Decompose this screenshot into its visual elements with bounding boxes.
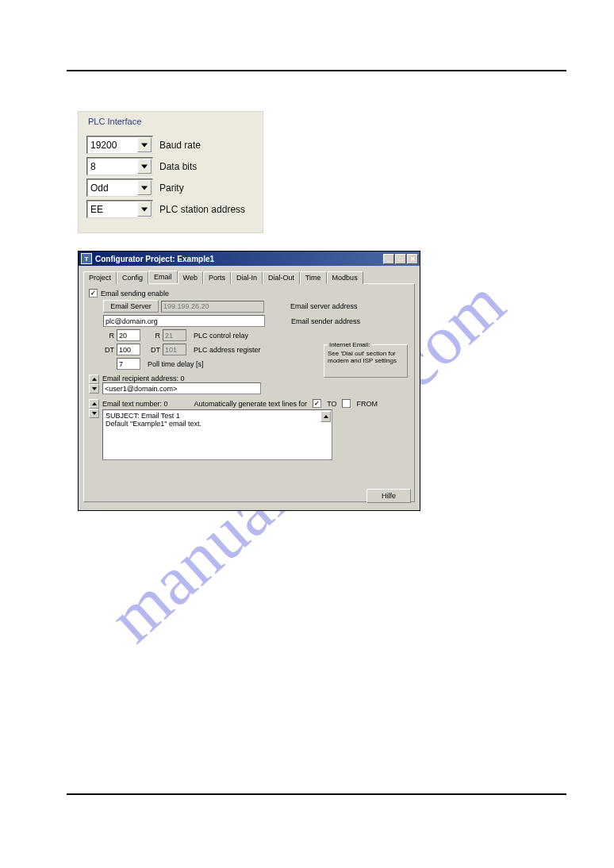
- text-number-spinner[interactable]: [89, 399, 99, 460]
- r-input-2: 21: [163, 329, 186, 341]
- baud-rate-label: Baud rate: [159, 140, 201, 151]
- dt-input-1[interactable]: 100: [117, 344, 140, 355]
- tab-email[interactable]: Email: [148, 271, 178, 283]
- internet-email-text: See 'Dial out' section for modem and ISP…: [328, 351, 404, 365]
- email-server-ip-field: 199.199.26.20: [161, 301, 264, 313]
- window-titlebar[interactable]: T Configurator Project: Example1 _ □ ✕: [79, 252, 420, 266]
- window-title: Configurator Project: Example1: [95, 255, 382, 263]
- email-enable-checkbox[interactable]: ✓: [89, 289, 98, 298]
- internet-email-title: Internet Email:: [328, 341, 372, 348]
- autogen-label: Automatically generate text lines for: [194, 400, 308, 408]
- plc-legend: PLC Interface: [86, 112, 141, 129]
- tab-time[interactable]: Time: [300, 271, 327, 284]
- plc-interface-panel: PLC Interface 19200 Baud rate 8 Data bit…: [78, 111, 263, 233]
- data-bits-value: 8: [87, 161, 96, 172]
- tab-dialin[interactable]: Dial-In: [231, 271, 263, 284]
- email-enable-label: Email sending enable: [101, 290, 169, 298]
- r-label-1: R: [103, 332, 114, 340]
- tab-project[interactable]: Project: [83, 271, 117, 284]
- tab-row: Project Config Email Web Ports Dial-In D…: [83, 271, 415, 283]
- tab-web[interactable]: Web: [178, 271, 203, 284]
- email-tab-panel: ✓ Email sending enable Email Server 199.…: [83, 283, 415, 502]
- plc-station-dropdown[interactable]: EE: [86, 200, 153, 218]
- spin-up-icon[interactable]: [89, 374, 99, 384]
- dropdown-button-icon[interactable]: [137, 159, 152, 174]
- email-text-line1: SUBJECT: Email Test 1: [106, 412, 329, 420]
- tab-config[interactable]: Config: [117, 271, 148, 284]
- email-server-button[interactable]: Email Server: [103, 300, 159, 313]
- r-input-1[interactable]: 20: [117, 329, 140, 341]
- parity-label: Parity: [159, 182, 184, 194]
- plc-station-value: EE: [87, 204, 103, 215]
- text-number-label: Email text number: 0: [102, 400, 168, 408]
- to-checkbox[interactable]: ✓: [313, 399, 321, 408]
- data-bits-dropdown[interactable]: 8: [86, 157, 153, 175]
- address-register-label: PLC address register: [194, 346, 261, 354]
- dt-label-2: DT: [149, 346, 160, 354]
- from-label: FROM: [356, 400, 378, 408]
- dropdown-button-icon[interactable]: [137, 180, 152, 195]
- page-bottom-rule: [67, 793, 566, 795]
- parity-dropdown[interactable]: Odd: [86, 179, 153, 197]
- r-label-2: R: [149, 332, 160, 340]
- dropdown-button-icon[interactable]: [137, 202, 152, 217]
- email-sender-address-label: Email sender address: [291, 317, 360, 325]
- spin-up-icon[interactable]: [89, 399, 99, 409]
- poll-input[interactable]: 7: [117, 358, 140, 370]
- baud-rate-dropdown[interactable]: 19200: [86, 136, 153, 154]
- recipient-input[interactable]: <user1@domain.com>: [102, 382, 261, 394]
- tab-dialout[interactable]: Dial-Out: [263, 271, 300, 284]
- spin-down-icon[interactable]: [89, 384, 99, 394]
- page-top-rule: [67, 70, 566, 71]
- recipient-label: Email recipient address: 0: [102, 374, 261, 382]
- poll-label: Poll time delay [s]: [148, 360, 204, 368]
- configurator-window: T Configurator Project: Example1 _ □ ✕ P…: [78, 251, 420, 511]
- to-label: TO: [327, 400, 336, 408]
- plc-station-label: PLC station address: [159, 204, 245, 215]
- scroll-up-icon[interactable]: [320, 411, 331, 422]
- parity-value: Odd: [87, 182, 109, 194]
- dt-label-1: DT: [103, 346, 114, 354]
- tab-ports[interactable]: Ports: [203, 271, 231, 284]
- email-text-line2: Default "Example1" email text.: [106, 420, 329, 428]
- recipient-spinner[interactable]: [89, 374, 99, 394]
- email-server-address-label: Email server address: [290, 302, 358, 310]
- spin-down-icon[interactable]: [89, 409, 99, 418]
- help-button[interactable]: Hilfe: [366, 489, 411, 503]
- tab-modbus[interactable]: Modbus: [327, 271, 363, 284]
- baud-rate-value: 19200: [87, 140, 117, 151]
- email-text-area[interactable]: SUBJECT: Email Test 1 Default "Example1"…: [102, 409, 332, 460]
- dt-input-2: 101: [163, 344, 186, 355]
- internet-email-group: Internet Email: See 'Dial out' section f…: [324, 344, 408, 378]
- app-icon: T: [81, 253, 92, 264]
- close-button[interactable]: ✕: [407, 254, 418, 264]
- data-bits-label: Data bits: [159, 161, 197, 172]
- dropdown-button-icon[interactable]: [137, 137, 152, 152]
- control-relay-label: PLC control relay: [194, 332, 248, 340]
- minimize-button[interactable]: _: [383, 254, 394, 264]
- from-checkbox[interactable]: [342, 399, 351, 408]
- maximize-button[interactable]: □: [395, 254, 406, 264]
- email-sender-input[interactable]: plc@domain.org: [103, 315, 265, 327]
